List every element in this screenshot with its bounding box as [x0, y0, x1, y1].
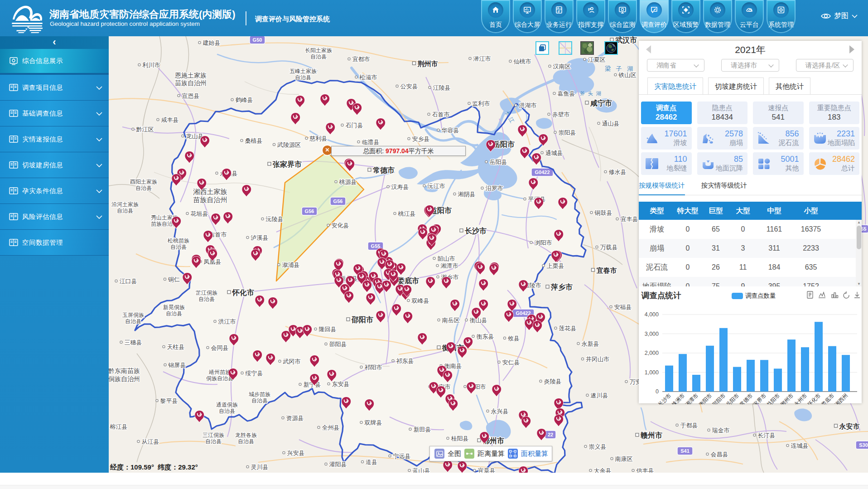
svg-text:长汀县: 长汀县: [758, 432, 776, 439]
svg-text:锦屏县: 锦屏县: [168, 362, 186, 368]
svg-text:武汉市: 武汉市: [615, 36, 637, 44]
svg-text:华容县: 华容县: [442, 127, 459, 134]
svg-text:4,000: 4,000: [645, 311, 659, 318]
svg-text:自治县: 自治县: [295, 74, 311, 81]
svg-text:桃源县: 桃源县: [339, 179, 357, 185]
svg-text:利川市: 利川市: [142, 62, 160, 68]
svg-text:安化县: 安化县: [332, 222, 349, 229]
svg-text:咸丰县: 咸丰县: [161, 116, 179, 123]
svg-text:自治县: 自治县: [135, 185, 152, 191]
svg-text:邵阳县: 邵阳县: [329, 341, 347, 348]
svg-text:崇义县: 崇义县: [589, 443, 607, 450]
svg-text:铁山区: 铁山区: [618, 72, 637, 78]
svg-text:双峰县: 双峰县: [411, 297, 429, 304]
svg-text:苗族自治州: 苗族自治州: [175, 79, 207, 87]
svg-text:益阳市: 益阳市: [766, 392, 781, 404]
svg-text:苗族自治州: 苗族自治州: [193, 196, 227, 203]
svg-text:衡南县: 衡南县: [444, 363, 462, 369]
svg-text:汉南区: 汉南区: [553, 63, 571, 70]
svg-text:武陵源区: 武陵源区: [277, 141, 301, 148]
svg-text:五峰土家族: 五峰土家族: [289, 68, 317, 74]
svg-text:信丰县: 信丰县: [636, 467, 654, 473]
svg-text:沅陵县: 沅陵县: [265, 216, 284, 223]
svg-text:慈利县: 慈利县: [309, 135, 328, 142]
svg-text:娄底市: 娄底市: [820, 392, 835, 404]
svg-text:株洲市: 株洲市: [670, 392, 686, 404]
svg-text:桃江县: 桃江县: [398, 210, 416, 217]
svg-text:G50: G50: [253, 37, 262, 43]
svg-text:沿河土家族: 沿河土家族: [111, 201, 139, 208]
svg-text:松桃苗族: 松桃苗族: [168, 237, 189, 244]
svg-text:潜江市: 潜江市: [473, 55, 491, 62]
svg-text:湘阴县: 湘阴县: [458, 191, 476, 198]
svg-text:道县: 道县: [366, 459, 377, 465]
svg-text:松滋市: 松滋市: [359, 74, 377, 81]
svg-text:天柱县: 天柱县: [167, 344, 185, 350]
svg-text:荆州市: 荆州市: [417, 60, 438, 68]
svg-text:东安县: 东安县: [332, 381, 350, 387]
svg-text:南岳区: 南岳区: [442, 317, 460, 324]
svg-text:1,000: 1,000: [645, 369, 659, 376]
svg-text:娄底市: 娄底市: [397, 276, 419, 285]
svg-text:汨罗市: 汨罗市: [486, 185, 503, 192]
svg-text:萍乡市: 萍乡市: [550, 283, 573, 291]
svg-text:自治县: 自治县: [238, 438, 254, 445]
svg-text:玉屏侗族: 玉屏侗族: [122, 312, 144, 318]
svg-text:宜章县: 宜章县: [478, 467, 496, 473]
svg-text:鹤峰县: 鹤峰县: [236, 97, 253, 103]
svg-text:3,000: 3,000: [645, 331, 659, 337]
svg-text:酉阳土家族: 酉阳土家族: [130, 179, 157, 185]
svg-text:湘潭市: 湘潭市: [441, 262, 458, 269]
svg-text:从江县: 从江县: [142, 438, 159, 445]
svg-text:武冈市: 武冈市: [283, 358, 301, 365]
svg-text:衡东县: 衡东县: [477, 333, 494, 340]
svg-text:自治县: 自治县: [117, 208, 133, 214]
svg-text:岳阳县: 岳阳县: [490, 159, 507, 165]
svg-text:双牌县: 双牌县: [364, 419, 382, 426]
svg-text:黎平县: 黎平县: [160, 397, 178, 404]
svg-text:赣州市: 赣州市: [640, 431, 662, 439]
svg-text:恩施土家族: 恩施土家族: [174, 72, 207, 79]
svg-text:邵阳市: 邵阳市: [711, 392, 727, 404]
svg-text:三穗县: 三穗县: [125, 339, 142, 346]
svg-text:宜丰县: 宜丰县: [621, 216, 638, 223]
svg-text:湘西州: 湘西州: [834, 392, 849, 404]
svg-text:洪江市: 洪江市: [218, 318, 236, 325]
svg-text:怀化市: 怀化市: [231, 288, 254, 296]
svg-text:永兴县: 永兴县: [491, 408, 509, 415]
svg-text:井冈山市: 井冈山市: [586, 356, 609, 363]
svg-text:自治县: 自治县: [205, 438, 222, 445]
svg-text:邵阳市: 邵阳市: [351, 315, 373, 324]
svg-text:石门县: 石门县: [346, 122, 363, 129]
svg-text:22: 22: [548, 432, 553, 437]
svg-text:长沙市: 长沙市: [657, 392, 672, 404]
svg-text:铜鼓县: 铜鼓县: [594, 209, 612, 216]
svg-text:祁阳市: 祁阳市: [365, 364, 382, 371]
svg-text:洪湖市: 洪湖市: [519, 102, 537, 109]
svg-text:咸宁市: 咸宁市: [590, 99, 612, 107]
svg-text:崇阳县: 崇阳县: [559, 129, 576, 136]
svg-text:长阳土家族: 长阳土家族: [305, 47, 332, 53]
svg-text:芷江侗族: 芷江侗族: [196, 290, 217, 296]
svg-text:宜春市: 宜春市: [597, 266, 617, 274]
svg-text:通道侗族: 通道侗族: [216, 402, 238, 408]
svg-text:嘉鱼县: 嘉鱼县: [558, 90, 575, 97]
svg-text:宣恩县: 宣恩县: [182, 92, 200, 99]
svg-text:浏阳市: 浏阳市: [535, 239, 552, 246]
svg-text:通山县: 通山县: [602, 120, 620, 127]
svg-text:会昌县: 会昌县: [711, 451, 728, 458]
svg-text:常德市: 常德市: [373, 166, 395, 174]
svg-text:灌阳县: 灌阳县: [329, 461, 347, 468]
svg-text:连城县: 连城县: [791, 442, 809, 449]
svg-text:自治县: 自治县: [125, 318, 141, 324]
svg-text:临澧县: 临澧县: [362, 139, 380, 145]
svg-text:万载县: 万载县: [600, 244, 618, 251]
svg-text:绥宁县: 绥宁县: [246, 370, 263, 377]
svg-text:梁 子 湖: 梁 子 湖: [605, 65, 635, 72]
svg-text:新晃侗族: 新晃侗族: [163, 304, 185, 310]
svg-text:岳阳市: 岳阳市: [493, 140, 515, 148]
svg-text:南康区: 南康区: [615, 455, 633, 462]
svg-text:公安县: 公安县: [400, 83, 418, 90]
svg-text:衡山县: 衡山县: [470, 317, 487, 324]
svg-text:炎陵县: 炎陵县: [544, 378, 562, 385]
